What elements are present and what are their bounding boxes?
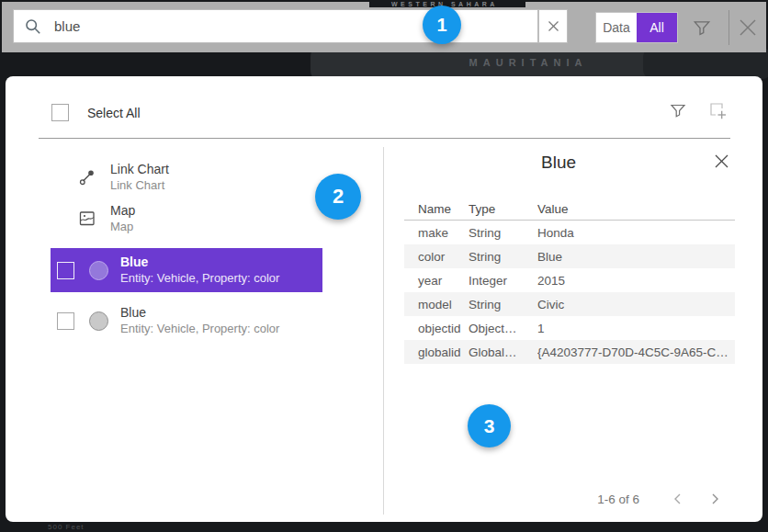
- table-row: make String Honda: [404, 221, 735, 244]
- clear-search-icon: [548, 20, 559, 32]
- result-title: Map: [110, 202, 135, 219]
- scope-all-button[interactable]: All: [637, 13, 677, 42]
- result-item-link-chart[interactable]: Link Chart Link Chart: [77, 161, 169, 194]
- table-cell: Global…: [469, 345, 537, 359]
- map-scale-label: 500 Feet: [48, 523, 85, 531]
- results-filter-button[interactable]: [669, 101, 687, 123]
- select-all-checkbox[interactable]: [51, 104, 69, 121]
- close-detail-button[interactable]: [714, 153, 729, 173]
- app-window: MAURITANIA WESTERN SAHARA 500 Feet Data …: [0, 0, 768, 532]
- table-row: color String Blue: [404, 244, 735, 268]
- column-header: Name: [404, 202, 469, 216]
- column-header: Value: [537, 202, 735, 216]
- annotation-callout-2: 2: [315, 174, 361, 220]
- search-icon: [25, 18, 41, 35]
- result-subtitle: Entity: Vehicle, Property: color: [120, 321, 279, 337]
- result-subtitle: Link Chart: [110, 177, 169, 194]
- search-toolbar: Data All: [2, 2, 766, 52]
- pagination-next-button[interactable]: [708, 492, 721, 509]
- result-subtitle: Entity: Vehicle, Property: color: [120, 270, 279, 287]
- result-item-map[interactable]: Map Map: [77, 202, 135, 235]
- table-cell: 1: [537, 322, 735, 335]
- result-checkbox[interactable]: [57, 262, 74, 279]
- table-cell: String: [469, 250, 537, 264]
- pagination-label: 1-6 of 6: [548, 492, 639, 506]
- annotation-callout-1: 1: [423, 6, 461, 44]
- map-label-mauritania: MAURITANIA: [404, 57, 652, 68]
- result-title: Blue: [120, 304, 279, 321]
- filter-icon: [692, 17, 712, 38]
- chevron-left-icon: [672, 492, 684, 505]
- table-cell: objectid: [404, 322, 469, 335]
- detail-title: Blue: [401, 153, 717, 173]
- map-icon: [77, 209, 97, 229]
- column-header: Type: [469, 202, 537, 216]
- close-icon: [714, 153, 729, 169]
- result-checkbox[interactable]: [57, 312, 74, 330]
- add-to-selection-button[interactable]: [708, 101, 728, 125]
- table-cell: year: [404, 274, 469, 288]
- add-selection-icon: [708, 101, 728, 121]
- map-landmass: [643, 48, 768, 79]
- close-search-button[interactable]: [738, 17, 758, 41]
- table-row: globalid Global… {A4203777-D70D-4C5C-9A6…: [404, 340, 735, 364]
- toolbar-divider: [728, 10, 729, 45]
- link-chart-icon: [77, 167, 97, 187]
- table-cell: Honda: [537, 226, 735, 240]
- table-cell: Integer: [469, 274, 537, 288]
- table-cell: color: [404, 250, 469, 264]
- table-row: year Integer 2015: [404, 268, 735, 292]
- annotation-callout-3: 3: [468, 404, 511, 447]
- table-cell: make: [404, 226, 469, 240]
- clear-search-button[interactable]: [538, 9, 568, 43]
- table-row: model String Civic: [404, 292, 735, 316]
- entity-icon: [89, 261, 108, 280]
- panel-divider: [383, 147, 384, 515]
- result-title: Blue: [120, 254, 279, 270]
- entity-icon: [89, 311, 108, 331]
- table-cell: model: [404, 298, 469, 311]
- result-item-blue-selected[interactable]: Blue Entity: Vehicle, Property: color: [51, 248, 322, 292]
- table-cell: 2015: [537, 274, 735, 288]
- filter-button[interactable]: [692, 17, 712, 41]
- table-cell: {A4203777-D70D-4C5C-9A65-C…: [537, 345, 735, 359]
- result-item-blue[interactable]: Blue Entity: Vehicle, Property: color: [51, 299, 322, 343]
- table-row: objectid Object… 1: [404, 316, 735, 340]
- select-all-label: Select All: [87, 106, 141, 120]
- search-scope-toggle: Data All: [595, 12, 678, 43]
- close-icon: [738, 17, 758, 38]
- result-subtitle: Map: [110, 219, 135, 235]
- table-cell: Blue: [537, 250, 735, 264]
- chevron-right-icon: [708, 492, 721, 505]
- header-divider: [39, 138, 730, 139]
- table-cell: String: [469, 298, 537, 311]
- attribute-table: Name Type Value make String Honda color …: [404, 198, 735, 364]
- search-results-panel: Select All Li: [6, 76, 762, 522]
- table-cell: globalid: [404, 345, 469, 359]
- table-header: Name Type Value: [404, 198, 735, 221]
- table-cell: Civic: [537, 298, 735, 311]
- scope-data-button[interactable]: Data: [596, 13, 637, 42]
- pagination-prev-button[interactable]: [672, 492, 684, 509]
- table-cell: String: [469, 226, 537, 240]
- search-input[interactable]: [54, 18, 537, 34]
- result-title: Link Chart: [110, 161, 169, 177]
- filter-icon: [669, 101, 687, 119]
- table-cell: Object…: [469, 322, 537, 335]
